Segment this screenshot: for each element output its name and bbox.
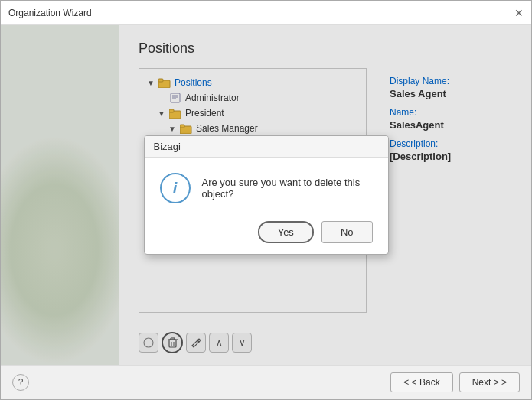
confirm-dialog: Bizagi i Are you sure you want to delete… bbox=[144, 135, 389, 255]
dialog-title: Bizagi bbox=[145, 136, 388, 158]
nav-buttons: < < Back Next > > bbox=[390, 372, 520, 392]
yes-button[interactable]: Yes bbox=[258, 221, 314, 243]
no-button[interactable]: No bbox=[321, 221, 373, 243]
dialog-body: i Are you sure you want to delete this o… bbox=[145, 158, 388, 215]
main-content: Positions ▼ Positions bbox=[1, 25, 531, 365]
info-icon: i bbox=[160, 173, 191, 203]
dialog-message: Are you sure you want to delete this obj… bbox=[202, 177, 373, 200]
back-button[interactable]: < < Back bbox=[390, 372, 452, 392]
window-title: Organization Wizard bbox=[8, 8, 92, 18]
bottom-bar: ? < < Back Next > > bbox=[1, 365, 531, 399]
dialog-footer: Yes No bbox=[145, 215, 388, 254]
main-window: Organization Wizard ✕ Positions ▼ bbox=[0, 0, 532, 400]
title-bar: Organization Wizard ✕ bbox=[1, 1, 531, 25]
help-button[interactable]: ? bbox=[12, 374, 29, 391]
close-button[interactable]: ✕ bbox=[514, 8, 524, 18]
dialog-overlay: Bizagi i Are you sure you want to delete… bbox=[1, 25, 531, 365]
next-button[interactable]: Next > > bbox=[459, 372, 520, 392]
